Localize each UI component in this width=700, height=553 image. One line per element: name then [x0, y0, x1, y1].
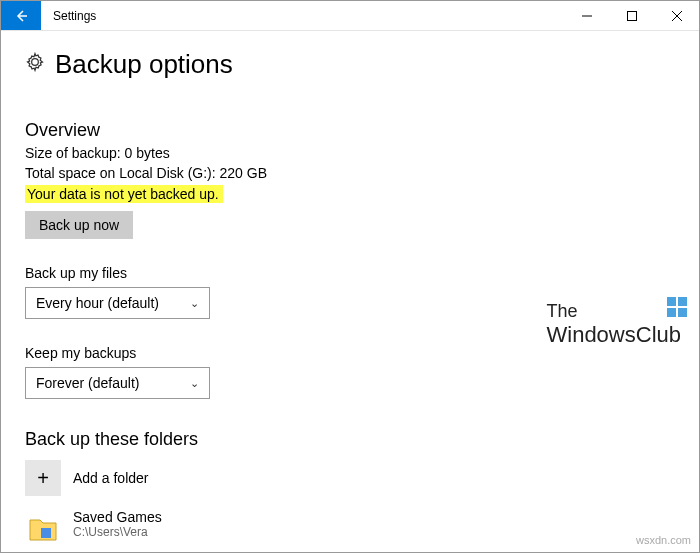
chevron-down-icon: ⌄	[190, 297, 199, 310]
backup-size: Size of backup: 0 bytes	[25, 145, 675, 161]
plus-icon: +	[25, 460, 61, 496]
keep-value: Forever (default)	[36, 375, 139, 391]
svg-rect-7	[667, 308, 676, 317]
back-button[interactable]	[1, 1, 41, 30]
back-arrow-icon	[13, 8, 29, 24]
minimize-icon	[582, 11, 592, 21]
backup-status-highlight: Your data is not yet backed up.	[25, 181, 675, 203]
add-folder-row[interactable]: + Add a folder	[25, 460, 675, 496]
overview-heading: Overview	[25, 120, 675, 141]
folder-icon	[25, 506, 61, 542]
close-icon	[672, 11, 682, 21]
watermark-line2: WindowsClub	[547, 322, 682, 348]
frequency-value: Every hour (default)	[36, 295, 159, 311]
svg-rect-4	[41, 528, 51, 538]
window-title: Settings	[41, 1, 564, 30]
attribution: wsxdn.com	[636, 534, 691, 546]
svg-rect-6	[678, 297, 687, 306]
saved-games-row[interactable]: Saved Games C:\Users\Vera	[25, 506, 675, 542]
windows-flag-icon	[667, 297, 687, 317]
maximize-button[interactable]	[609, 1, 654, 30]
total-space: Total space on Local Disk (G:): 220 GB	[25, 165, 675, 181]
add-folder-label: Add a folder	[73, 470, 149, 486]
folders-heading: Back up these folders	[25, 429, 675, 450]
saved-games-name: Saved Games	[73, 509, 162, 525]
backup-now-button[interactable]: Back up now	[25, 211, 133, 239]
page-heading-row: Backup options	[25, 49, 675, 80]
content-area: Backup options Overview Size of backup: …	[1, 49, 699, 542]
svg-rect-5	[667, 297, 676, 306]
window-controls	[564, 1, 699, 30]
gear-icon	[25, 52, 45, 77]
titlebar: Settings	[1, 1, 699, 31]
frequency-dropdown[interactable]: Every hour (default) ⌄	[25, 287, 210, 319]
backup-status: Your data is not yet backed up.	[25, 185, 223, 203]
svg-rect-8	[678, 308, 687, 317]
close-button[interactable]	[654, 1, 699, 30]
chevron-down-icon: ⌄	[190, 377, 199, 390]
saved-games-path: C:\Users\Vera	[73, 525, 162, 539]
maximize-icon	[627, 11, 637, 21]
watermark-line1: The	[547, 301, 682, 322]
watermark: The WindowsClub	[547, 301, 682, 348]
svg-rect-1	[627, 11, 636, 20]
keep-dropdown[interactable]: Forever (default) ⌄	[25, 367, 210, 399]
page-title: Backup options	[55, 49, 233, 80]
minimize-button[interactable]	[564, 1, 609, 30]
frequency-label: Back up my files	[25, 265, 675, 281]
